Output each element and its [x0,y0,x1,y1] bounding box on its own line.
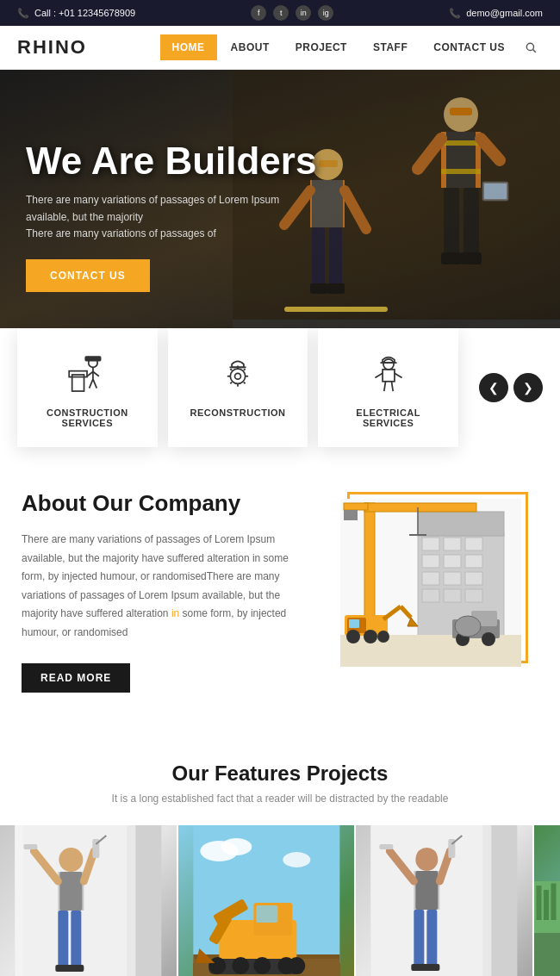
svg-rect-59 [444,538,461,550]
svg-line-36 [93,379,96,388]
crane-building-svg [340,499,521,667]
linkedin-icon[interactable]: in [296,5,311,21]
svg-line-33 [87,372,93,376]
project-4-image [534,825,560,976]
svg-rect-13 [327,283,345,294]
project-card-4[interactable] [534,825,560,976]
slider-next-button[interactable]: ❯ [513,373,543,402]
projects-grid: Reader will be distracted by the readabl… [0,825,560,976]
svg-rect-70 [418,512,504,536]
nav-staff[interactable]: STAFF [361,34,420,60]
project-card-2[interactable]: Reader will be distracted by the readabl… [178,825,357,976]
svg-rect-61 [422,555,439,568]
svg-rect-138 [380,844,394,849]
svg-rect-66 [465,572,482,585]
svg-line-1 [533,50,536,53]
project-1-image [0,825,177,976]
svg-rect-103 [58,911,68,967]
svg-rect-60 [465,538,482,550]
nav-contact[interactable]: CONTACT US [421,34,517,60]
svg-rect-63 [465,555,482,568]
nav-home[interactable]: HOME [160,34,217,60]
search-icon[interactable] [519,35,543,59]
email-address: demo@gmail.com [466,8,543,18]
svg-line-53 [395,373,402,377]
email-icon: 📞 [449,8,461,19]
svg-rect-15 [450,108,472,115]
facebook-icon[interactable]: f [251,5,266,21]
svg-line-55 [391,382,393,391]
navbar: RHINO HOME ABOUT PROJECT STAFF CONTACT U… [0,26,560,70]
svg-point-123 [288,957,305,974]
svg-point-95 [59,848,83,872]
top-bar-right: 📞 demo@gmail.com [449,8,543,19]
features-title: Our Features Projects [17,762,543,786]
svg-rect-117 [256,905,277,923]
service-label-construction: CONSTRUCTION SERVICES [31,407,144,428]
svg-rect-133 [416,871,439,910]
project-card-3[interactable]: Reader will be distracted by the readabl… [356,825,534,976]
svg-point-38 [230,369,245,383]
construction-icon [65,352,109,397]
svg-line-46 [244,369,246,370]
svg-rect-145 [537,886,542,920]
svg-rect-17 [446,132,476,188]
features-description: It is a long established fact that a rea… [17,793,543,805]
service-card-electrical: ELECTRICAL SERVICES [318,328,458,447]
svg-point-82 [364,630,377,643]
svg-rect-104 [71,911,81,967]
nav-links[interactable]: HOME ABOUT PROJECT STAFF CONTACT US [160,34,543,60]
features-section: Our Features Projects It is a long estab… [0,727,560,976]
svg-rect-107 [15,825,23,976]
svg-rect-18 [441,140,481,146]
project-card-2-bg [178,825,355,976]
svg-rect-73 [344,503,368,510]
svg-rect-106 [68,965,84,972]
electrical-icon [366,352,411,397]
project-3-image [356,825,532,976]
highlight-word: in [171,607,179,619]
services-section: CONSTRUCTION SERVICES RECONSTRUCTION [0,328,560,447]
project-card-1-bg [0,825,177,976]
hero-content: We Are Builders There are many variation… [26,140,319,292]
nav-project[interactable]: PROJECT [283,34,359,60]
svg-line-34 [93,372,99,376]
svg-line-45 [244,382,246,384]
svg-rect-65 [444,572,461,585]
svg-rect-37 [86,357,101,360]
svg-line-54 [383,382,385,391]
about-section: About Our Company There are many variati… [0,447,560,727]
svg-rect-27 [484,183,507,199]
svg-rect-51 [383,370,395,382]
svg-rect-139 [414,910,425,966]
svg-rect-5 [319,160,338,167]
about-description: There are many variations of passages of… [22,531,314,643]
project-card-3-bg [356,825,532,976]
svg-rect-72 [364,503,476,512]
about-image [340,490,538,670]
read-more-button[interactable]: READ MORE [22,663,130,693]
svg-rect-142 [425,964,440,971]
svg-rect-147 [551,883,557,920]
instagram-icon[interactable]: ig [318,5,333,21]
svg-line-52 [375,373,383,377]
slider-prev-button[interactable]: ❮ [479,373,508,402]
svg-rect-97 [59,872,82,911]
svg-point-89 [482,632,495,646]
social-links[interactable]: f t in ig [251,5,333,21]
svg-rect-62 [444,555,461,568]
contact-us-button[interactable]: CONTACT US [26,259,150,292]
twitter-icon[interactable]: t [273,5,289,21]
svg-rect-80 [349,619,359,628]
svg-line-47 [230,382,232,384]
service-label-electrical: ELECTRICAL SERVICES [332,407,445,428]
svg-rect-28 [284,307,388,312]
project-card-4-bg [534,825,560,976]
svg-rect-23 [464,188,479,257]
nav-about[interactable]: ABOUT [219,34,282,60]
about-content: About Our Company There are many variati… [22,490,314,693]
project-card-1[interactable]: Reader will be distracted by the readabl… [0,825,178,976]
svg-rect-64 [422,572,439,585]
slider-controls[interactable]: ❮ ❯ [469,373,543,402]
svg-rect-146 [544,890,549,920]
